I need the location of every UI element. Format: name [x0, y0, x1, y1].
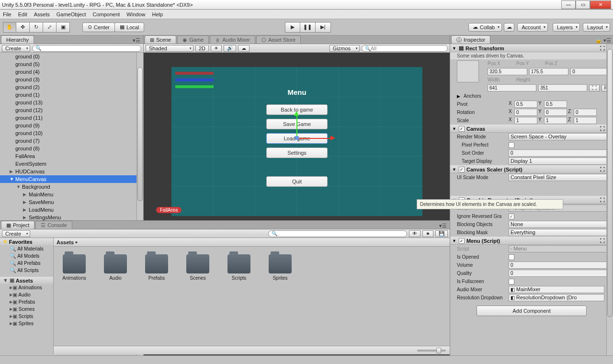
pos-x-input[interactable]	[488, 68, 527, 75]
scl-x-input[interactable]	[514, 117, 537, 124]
hierarchy-item[interactable]: ground (0)	[0, 53, 143, 60]
hierarchy-item[interactable]: ground (3)	[0, 76, 143, 83]
folder-item[interactable]: Prefabs	[141, 254, 172, 281]
scene-audio-toggle[interactable]: 🔊	[224, 45, 236, 52]
is-opened-checkbox[interactable]	[509, 254, 514, 260]
folder-item[interactable]: Audio	[100, 254, 131, 281]
collab-dropdown[interactable]: ☁Collab	[468, 23, 502, 32]
pixel-perfect-checkbox[interactable]	[509, 142, 514, 148]
favorite-item[interactable]: 🔍 All Materials	[0, 245, 53, 252]
hierarchy-item[interactable]: ground (13)	[0, 99, 143, 106]
inspector-lock-icon[interactable]: 🔒 ▾☰	[593, 37, 613, 44]
window-maximize-button[interactable]: ▭	[576, 0, 590, 9]
hierarchy-item[interactable]: ground (10)	[0, 129, 143, 137]
hierarchy-item[interactable]: ground (5)	[0, 60, 143, 68]
menu-window[interactable]: Window	[126, 11, 145, 17]
width-input[interactable]	[488, 84, 536, 91]
asset-folder-item[interactable]: ▶ ▣ Sprites	[0, 320, 53, 327]
hierarchy-item[interactable]: FallArea	[0, 152, 143, 160]
pivot-x-input[interactable]	[514, 101, 537, 108]
asset-folder-item[interactable]: ▶ ▣ Scripts	[0, 313, 53, 320]
rot-z-input[interactable]	[574, 109, 597, 116]
scl-z-input[interactable]	[574, 117, 597, 124]
sort-order-input[interactable]	[509, 149, 610, 157]
scene-light-toggle[interactable]: ☀	[211, 45, 222, 52]
anchor-preset-button[interactable]	[457, 60, 479, 82]
shading-dropdown[interactable]: Shaded	[146, 45, 193, 52]
search-filter-button[interactable]: ★	[422, 230, 433, 237]
panel-menu-icon[interactable]: ▾☰	[436, 223, 450, 229]
step-button[interactable]: ▶|	[316, 22, 331, 33]
hierarchy-item[interactable]: ground (12)	[0, 106, 143, 114]
scene-tab[interactable]: ⊞ Scene	[145, 35, 176, 44]
tool-scale-button[interactable]: ⤢	[43, 22, 57, 33]
hierarchy-item[interactable]: ▶MainMenu	[0, 191, 143, 198]
rot-x-input[interactable]	[514, 109, 537, 116]
hierarchy-item[interactable]: ▼MenuCanvas	[0, 175, 143, 183]
menu-edit[interactable]: Edit	[18, 11, 27, 17]
asset-folder-item[interactable]: ▶ ▣ Audio	[0, 291, 53, 298]
layout-dropdown[interactable]: Layout	[583, 23, 610, 32]
pivot-y-input[interactable]	[544, 101, 567, 108]
tool-hand-button[interactable]: ✋	[3, 22, 16, 33]
menu-component[interactable]: Component	[92, 11, 120, 17]
scl-y-input[interactable]	[544, 117, 567, 124]
project-create-dropdown[interactable]: Create	[2, 230, 30, 237]
folder-item[interactable]: Scenes	[182, 254, 214, 281]
panel-menu-icon[interactable]: ▾☰	[130, 37, 143, 44]
menu-help[interactable]: Help	[152, 11, 163, 17]
add-component-button[interactable]: Add Component	[477, 306, 587, 316]
scene-fx-toggle[interactable]: ☁	[238, 45, 250, 52]
volume-input[interactable]	[509, 262, 610, 269]
project-search-input[interactable]: 🔍	[268, 230, 407, 237]
rot-y-input[interactable]	[544, 109, 567, 116]
asset-folder-item[interactable]: ▶ ▣ Prefabs	[0, 298, 53, 306]
hierarchy-item[interactable]: EventSystem	[0, 160, 143, 168]
audio-mixer-field[interactable]: ◧ MainMixer	[509, 286, 604, 293]
play-button[interactable]: ▶	[285, 22, 300, 33]
resolution-dropdown-field[interactable]: ◧ ResolutionDropdown (Dro	[509, 294, 604, 301]
inspector-scrollbar[interactable]	[606, 44, 613, 364]
ignore-reversed-checkbox[interactable]	[509, 214, 514, 219]
hierarchy-item[interactable]: ▼Background	[0, 183, 143, 191]
height-input[interactable]	[538, 84, 587, 91]
ui-scale-mode-dropdown[interactable]: Constant Pixel Size	[509, 174, 610, 181]
hierarchy-item[interactable]: ground (4)	[0, 68, 143, 76]
favorite-item[interactable]: 🔍 All Scripts	[0, 267, 53, 274]
favorite-item[interactable]: 🔍 All Models	[0, 252, 53, 260]
hierarchy-tab[interactable]: Hierarchy	[1, 35, 34, 44]
asset-store-tab[interactable]: ⬡ Asset Store	[256, 35, 301, 44]
blocking-mask-dropdown[interactable]: Everything	[509, 229, 610, 236]
pos-z-input[interactable]	[570, 68, 610, 75]
project-tab[interactable]: ▦ Project	[1, 221, 34, 229]
scene-search-input[interactable]: 🔍All	[362, 45, 448, 52]
game-tab[interactable]: ◉ Game	[177, 35, 209, 44]
menu-file[interactable]: File	[3, 11, 11, 17]
cloud-button[interactable]: ☁	[504, 23, 514, 32]
hierarchy-item[interactable]: ▶LoadMenu	[0, 206, 143, 214]
pause-button[interactable]: ❚❚	[300, 22, 316, 33]
hierarchy-create-dropdown[interactable]: Create	[2, 45, 30, 52]
hierarchy-item[interactable]: ground (7)	[0, 137, 143, 145]
console-tab[interactable]: ☰ Console	[35, 221, 72, 229]
folder-item[interactable]: Scripts	[223, 254, 255, 281]
window-minimize-button[interactable]: —	[561, 0, 576, 9]
search-filter-button[interactable]: 👁	[409, 230, 420, 237]
hierarchy-item[interactable]: ▶SaveMenu	[0, 198, 143, 206]
menu-script-enabled-checkbox[interactable]	[459, 238, 465, 244]
hierarchy-item[interactable]: ground (1)	[0, 91, 143, 99]
is-fullscreen-checkbox[interactable]	[509, 279, 514, 284]
blueprint-button[interactable]: ⛶	[589, 85, 600, 91]
project-breadcrumb[interactable]: Assets ▸	[54, 238, 450, 247]
scaler-enabled-checkbox[interactable]	[459, 167, 465, 172]
pos-y-input[interactable]	[529, 68, 569, 75]
asset-folder-item[interactable]: ▶ ▣ Animations	[0, 284, 53, 291]
hierarchy-search-input[interactable]: 🔍	[32, 45, 141, 52]
inspector-tab[interactable]: ⓘ Inspector	[451, 35, 490, 44]
asset-folder-item[interactable]: ▶ ▣ Scenes	[0, 306, 53, 313]
tool-rotate-button[interactable]: ↻	[30, 22, 43, 33]
hierarchy-item[interactable]: ▶HUDCanvas	[0, 168, 143, 175]
search-save-button[interactable]: 💾	[435, 230, 448, 237]
hierarchy-item[interactable]: ground (8)	[0, 145, 143, 152]
window-close-button[interactable]: ✕	[590, 0, 611, 9]
